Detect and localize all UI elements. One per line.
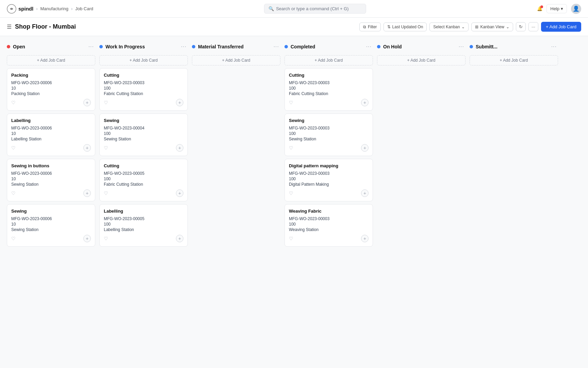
list-item[interactable]: PackingMFG-WO-2023-0000610Packing Statio…	[7, 68, 95, 111]
help-button[interactable]: Help ▾	[546, 4, 567, 13]
logo[interactable]: spindl	[7, 4, 33, 14]
col-menu-material_transferred[interactable]: ···	[274, 44, 279, 50]
add-card-button-on_hold[interactable]: + Add Job Card	[377, 55, 466, 65]
card-code: MFG-WO-2023-00003	[289, 126, 369, 131]
nav-right: 🔔 Help ▾ 👤	[537, 4, 581, 14]
filter-icon: ⧉	[363, 25, 366, 29]
more-options-button[interactable]: ···	[528, 22, 538, 31]
card-station: Labelling Station	[104, 227, 183, 232]
search-bar[interactable]: 🔍 Search or type a command (Ctrl + G)	[264, 4, 366, 14]
card-qty: 10	[11, 131, 91, 136]
card-code: MFG-WO-2023-00003	[289, 80, 369, 85]
favorite-icon[interactable]: ♡	[11, 236, 16, 241]
add-icon[interactable]: +	[83, 189, 91, 197]
nav-left: spindl › Manufacturing › Job Card	[7, 4, 93, 14]
column-open: Open···+ Add Job CardPackingMFG-WO-2023-…	[7, 42, 95, 249]
add-card-button-completed[interactable]: + Add Job Card	[284, 55, 373, 65]
card-code: MFG-WO-2023-00006	[11, 216, 91, 221]
select-kanban-label: Select Kanban	[433, 25, 460, 29]
list-item[interactable]: Weaving FabricMFG-WO-2023-00003100Weavin…	[284, 204, 373, 247]
card-code: MFG-WO-2023-00006	[11, 80, 91, 85]
add-card-button-wip[interactable]: + Add Job Card	[99, 55, 188, 65]
toolbar: ⧉ Filter ⇅ Last Updated On Select Kanban…	[359, 22, 581, 32]
kanban-board: Open···+ Add Job CardPackingMFG-WO-2023-…	[0, 36, 588, 367]
list-item[interactable]: Sewing in buttonsMFG-WO-2023-0000610Sewi…	[7, 159, 95, 201]
list-item[interactable]: CuttingMFG-WO-2023-00005100Fabric Cuttin…	[99, 159, 188, 201]
card-qty: 10	[11, 222, 91, 227]
col-menu-open[interactable]: ···	[88, 44, 94, 50]
col-header-completed: Completed···	[284, 42, 373, 53]
card-title: Digital pattern mapping	[289, 163, 369, 168]
select-kanban-button[interactable]: Select Kanban ⌄	[429, 22, 469, 31]
chevron-down-icon: ⌄	[506, 25, 509, 29]
favorite-icon[interactable]: ♡	[104, 236, 108, 241]
favorite-icon[interactable]: ♡	[11, 190, 16, 196]
favorite-icon[interactable]: ♡	[104, 100, 108, 105]
kanban-view-button[interactable]: ⊞ Kanban View ⌄	[471, 22, 513, 31]
add-card-button-open[interactable]: + Add Job Card	[7, 55, 95, 65]
list-item[interactable]: Digital pattern mappingMFG-WO-2023-00003…	[284, 159, 373, 201]
col-title-submitted: Submitt...	[476, 44, 497, 49]
filter-button[interactable]: ⧉ Filter	[359, 22, 381, 31]
card-qty: 100	[104, 177, 183, 181]
card-title: Cutting	[104, 73, 183, 78]
add-job-card-button[interactable]: + Add Job Card	[541, 22, 581, 32]
favorite-icon[interactable]: ♡	[11, 100, 16, 105]
breadcrumb-manufacturing[interactable]: Manufacturing	[40, 6, 68, 11]
list-item[interactable]: LabellingMFG-WO-2023-0000610Labelling St…	[7, 113, 95, 156]
add-icon[interactable]: +	[361, 144, 369, 152]
sub-header-left: ☰ Shop Floor - Mumbai	[7, 23, 76, 30]
column-on_hold: On Hold···+ Add Job Card	[377, 42, 466, 68]
list-item[interactable]: SewingMFG-WO-2023-0000610Sewing Station♡…	[7, 204, 95, 247]
card-station: Fabric Cutting Station	[104, 91, 183, 96]
refresh-button[interactable]: ↻	[516, 22, 526, 31]
sort-button[interactable]: ⇅ Last Updated On	[383, 22, 427, 31]
list-item[interactable]: CuttingMFG-WO-2023-00003100Fabric Cuttin…	[99, 68, 188, 111]
list-item[interactable]: CuttingMFG-WO-2023-00003100Fabric Cuttin…	[284, 68, 373, 111]
col-menu-completed[interactable]: ···	[366, 44, 372, 50]
sidebar-toggle[interactable]: ☰	[7, 24, 12, 30]
card-qty: 10	[11, 86, 91, 91]
add-icon[interactable]: +	[83, 99, 91, 106]
add-icon[interactable]: +	[176, 189, 183, 197]
card-station: Labelling Station	[11, 137, 91, 141]
list-item[interactable]: SewingMFG-WO-2023-00003100Sewing Station…	[284, 113, 373, 156]
col-dot-wip	[99, 45, 103, 48]
add-icon[interactable]: +	[361, 235, 369, 242]
search-area: 🔍 Search or type a command (Ctrl + G)	[264, 4, 366, 14]
add-icon[interactable]: +	[361, 99, 369, 106]
card-title: Cutting	[289, 73, 369, 78]
add-icon[interactable]: +	[83, 144, 91, 152]
card-title: Weaving Fabric	[289, 209, 369, 214]
column-material_transferred: Material Transferred···+ Add Job Card	[192, 42, 280, 68]
sub-header: ☰ Shop Floor - Mumbai ⧉ Filter ⇅ Last Up…	[0, 18, 588, 36]
add-icon[interactable]: +	[176, 144, 183, 152]
more-icon: ···	[532, 24, 535, 29]
col-menu-on_hold[interactable]: ···	[459, 44, 464, 50]
favorite-icon[interactable]: ♡	[104, 145, 108, 151]
card-qty: 100	[289, 177, 369, 181]
favorite-icon[interactable]: ♡	[289, 190, 293, 196]
favorite-icon[interactable]: ♡	[11, 145, 16, 151]
add-icon[interactable]: +	[361, 189, 369, 197]
refresh-icon: ↻	[519, 24, 523, 29]
card-title: Sewing in buttons	[11, 163, 91, 168]
favorite-icon[interactable]: ♡	[289, 236, 293, 241]
add-card-button-material_transferred[interactable]: + Add Job Card	[192, 55, 280, 65]
notifications-button[interactable]: 🔔	[537, 6, 542, 11]
list-item[interactable]: SewingMFG-WO-2023-00004100Sewing Station…	[99, 113, 188, 156]
add-icon[interactable]: +	[176, 235, 183, 242]
add-card-button-submitted[interactable]: + Add Job Card	[470, 55, 558, 65]
favorite-icon[interactable]: ♡	[289, 100, 293, 105]
favorite-icon[interactable]: ♡	[289, 145, 293, 151]
avatar[interactable]: 👤	[571, 4, 581, 14]
col-menu-submitted[interactable]: ···	[551, 44, 557, 50]
card-qty: 100	[104, 222, 183, 227]
add-icon[interactable]: +	[83, 235, 91, 242]
list-item[interactable]: LabellingMFG-WO-2023-00005100Labelling S…	[99, 204, 188, 247]
add-icon[interactable]: +	[176, 99, 183, 106]
favorite-icon[interactable]: ♡	[104, 190, 108, 196]
col-menu-wip[interactable]: ···	[181, 44, 186, 50]
column-submitted: Submitt...···+ Add Job Card	[470, 42, 558, 68]
breadcrumb-jobcard[interactable]: Job Card	[75, 6, 93, 11]
